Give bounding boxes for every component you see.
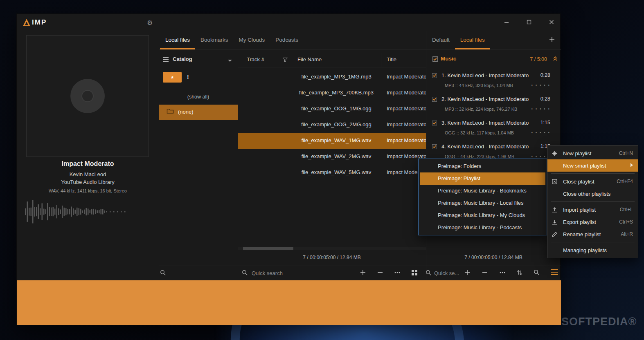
playlist-item-duration: 1:15: [531, 120, 550, 125]
table-status: 7 / 00:00:05:00 / 12.84 MB: [238, 255, 426, 260]
now-playing-artist: Kevin MacLeod: [17, 171, 159, 177]
chevron-down-icon[interactable]: [228, 60, 232, 62]
column-divider: [292, 54, 292, 67]
smart-playlist-submenu: Preimage: Folders Preimage: Playlist Pre…: [418, 159, 547, 235]
add-icon[interactable]: [464, 269, 471, 276]
catalog-show-all[interactable]: (show all): [159, 94, 238, 100]
menu-item-preimage-playlist[interactable]: Preimage: Playlist: [420, 172, 545, 185]
column-header-track[interactable]: Track #: [247, 56, 264, 63]
menu-separator: [551, 173, 635, 174]
menu-item-export-playlist[interactable]: Export playlist Ctrl+S: [547, 216, 638, 228]
menu-item-preimage-folders[interactable]: Preimage: Folders: [420, 160, 545, 172]
file-name: file_example_OOG_1MG.ogg: [292, 105, 381, 112]
playlist-context-menu: New playlist Ctrl+N New smart playlist C…: [547, 145, 638, 258]
playlist-item-title: 1. Kevin MacLeod - Impact Moderato: [441, 72, 544, 78]
grid-view-icon[interactable]: [411, 269, 418, 276]
playlist-item-title: 4. Kevin MacLeod - Impact Moderato: [441, 143, 544, 150]
settings-gear-icon[interactable]: ⚙: [147, 19, 153, 27]
rating-dots[interactable]: • • • • •: [514, 83, 550, 87]
menu-item-new-smart-playlist[interactable]: New smart playlist: [547, 159, 638, 172]
file-name: file_example_WAV_2MG.wav: [292, 153, 381, 159]
more-options-icon[interactable]: [394, 269, 401, 276]
catalog-filter-chip[interactable]: *: [163, 72, 182, 83]
table-row[interactable]: file_example_OOG_2MG.ogg Impact Moderato: [238, 117, 426, 133]
close-playlist-icon: [552, 179, 563, 185]
menu-item-preimage-local-files[interactable]: Preimage: Music Library - Local files: [420, 197, 545, 209]
playlist-item[interactable]: 2. Kevin MacLeod - Impact Moderato 0:28 …: [426, 94, 561, 117]
playlist-item[interactable]: 3. Kevin MacLeod - Impact Moderato 1:15 …: [426, 117, 561, 141]
playlist-group-name[interactable]: Music: [441, 56, 456, 62]
new-playlist-tab-icon[interactable]: [549, 36, 555, 42]
table-row-selected[interactable]: file_example_WAV_1MG.wav Impact Moderato: [238, 133, 426, 149]
playlist-item-duration: 0:28: [531, 96, 550, 102]
rename-playlist-icon: [552, 231, 563, 237]
quick-search-input[interactable]: [251, 268, 333, 278]
search-icon[interactable]: [426, 270, 432, 276]
catalog-title: Catalog: [173, 56, 192, 62]
checkbox-icon[interactable]: [432, 121, 437, 125]
menu-item-close-playlist[interactable]: Close playlist Ctrl+F4: [547, 175, 638, 188]
maximize-button[interactable]: [520, 16, 538, 28]
menu-item-rename-playlist[interactable]: Rename playlist Alt+R: [547, 228, 638, 240]
scrollbar-thumb[interactable]: [243, 247, 293, 250]
minimize-button[interactable]: [497, 16, 516, 28]
tab-my-clouds[interactable]: My Clouds: [234, 31, 270, 49]
table-row[interactable]: file_example_MP3_700KB.mp3 Impact Modera…: [238, 85, 426, 101]
checkbox-icon[interactable]: [432, 56, 438, 62]
track-title: Impact Moderato: [387, 121, 426, 128]
menu-item-preimage-podcasts[interactable]: Preimage: Music Library - Podcasts: [420, 221, 545, 234]
now-playing-title: Impact Moderato: [17, 160, 159, 168]
menu-separator: [551, 242, 635, 242]
folder-icon: [167, 108, 174, 114]
menu-item-close-other-playlists[interactable]: Close other playlists: [547, 188, 638, 200]
menu-item-new-playlist[interactable]: New playlist Ctrl+N: [547, 147, 638, 159]
catalog-menu-icon[interactable]: [163, 57, 169, 62]
playlist-menu-icon[interactable]: [551, 269, 558, 275]
track-title: Impact Moderato: [387, 137, 426, 143]
search-icon[interactable]: [160, 270, 166, 276]
playlist-item-info: OGG :: 32 kHz, 117 kbps, 1.04 MB: [445, 130, 514, 135]
remove-icon[interactable]: [482, 269, 488, 276]
table-row[interactable]: file_example_WAV_5MG.wav Impact Moderato: [238, 165, 426, 181]
add-icon[interactable]: [360, 269, 366, 276]
divider: [238, 67, 426, 67]
search-icon[interactable]: [534, 269, 540, 275]
horizontal-scrollbar[interactable]: [238, 247, 426, 250]
tab-bookmarks[interactable]: Bookmarks: [195, 31, 234, 49]
menu-item-preimage-bookmarks[interactable]: Preimage: Music Library - Bookmarks: [420, 185, 545, 197]
more-options-icon[interactable]: [499, 269, 506, 276]
playlist-tab-local-files[interactable]: Local files: [455, 31, 490, 49]
column-header-title[interactable]: Title: [387, 56, 396, 63]
submenu-arrow-icon: [630, 163, 633, 168]
table-row[interactable]: file_example_MP3_1MG.mp3 Impact Moderato: [238, 69, 426, 85]
search-icon[interactable]: [242, 270, 248, 276]
checkbox-icon[interactable]: [432, 97, 437, 102]
remove-icon[interactable]: [377, 269, 383, 276]
filter-funnel-icon[interactable]: [283, 58, 288, 62]
column-header-filename[interactable]: File Name: [297, 56, 322, 63]
rating-dots[interactable]: • • • • •: [514, 154, 550, 159]
table-row[interactable]: file_example_WAV_2MG.wav Impact Moderato: [238, 149, 426, 165]
divider: [159, 49, 561, 50]
rating-dots[interactable]: • • • • •: [514, 107, 550, 111]
checkbox-icon[interactable]: [432, 73, 437, 78]
rating-dots[interactable]: • • • • •: [514, 130, 550, 135]
playlist-tab-default[interactable]: Default: [427, 31, 455, 49]
close-button[interactable]: [542, 16, 561, 28]
menu-item-import-playlist[interactable]: Import playlist Ctrl+L: [547, 204, 638, 216]
playlist-item[interactable]: 1. Kevin MacLeod - Impact Moderato 0:28 …: [426, 70, 561, 94]
softpedia-watermark: SOFTPEDIA®: [561, 315, 637, 328]
menu-item-preimage-my-clouds[interactable]: Preimage: Music Library - My Clouds: [420, 209, 545, 221]
playlist-quick-search-input[interactable]: [433, 268, 462, 278]
album-art-disc-center: [81, 90, 94, 102]
playlist-item-title: 3. Kevin MacLeod - Impact Moderato: [441, 120, 544, 126]
playlist-group-stats: 7 / 5:00: [508, 56, 547, 62]
collapse-chevrons-icon[interactable]: [553, 56, 558, 61]
sort-icon[interactable]: [516, 269, 523, 276]
table-row[interactable]: file_example_OOG_1MG.ogg Impact Moderato: [238, 101, 426, 117]
file-name: file_example_MP3_700KB.mp3: [292, 89, 381, 96]
tab-local-files[interactable]: Local files: [160, 31, 195, 49]
tab-podcasts[interactable]: Podcasts: [270, 31, 304, 49]
menu-item-managing-playlists[interactable]: Managing playlists: [547, 244, 638, 256]
checkbox-icon[interactable]: [432, 144, 437, 149]
